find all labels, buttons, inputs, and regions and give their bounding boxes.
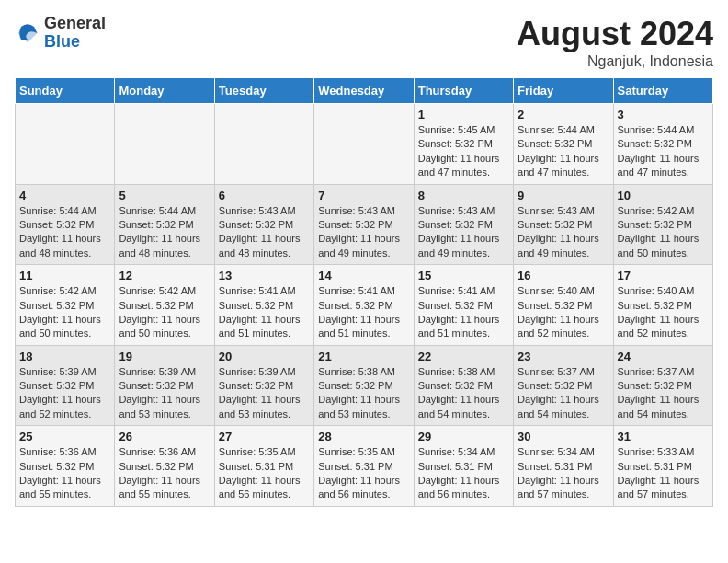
calendar-cell (214, 104, 313, 185)
header-day-monday: Monday (115, 78, 214, 104)
day-number: 21 (318, 350, 409, 363)
day-number: 16 (518, 269, 609, 282)
day-number: 18 (19, 350, 110, 363)
calendar-cell: 31Sunrise: 5:33 AM Sunset: 5:31 PM Dayli… (613, 426, 712, 507)
header-day-friday: Friday (514, 78, 613, 104)
week-row-3: 11Sunrise: 5:42 AM Sunset: 5:32 PM Dayli… (16, 265, 713, 346)
day-number: 5 (119, 189, 210, 202)
header-day-saturday: Saturday (613, 78, 712, 104)
day-info: Sunrise: 5:40 AM Sunset: 5:32 PM Dayligh… (618, 284, 709, 341)
day-info: Sunrise: 5:41 AM Sunset: 5:32 PM Dayligh… (219, 284, 310, 341)
logo-icon (15, 20, 40, 46)
calendar-cell: 8Sunrise: 5:43 AM Sunset: 5:32 PM Daylig… (414, 184, 513, 265)
day-number: 20 (219, 350, 310, 363)
day-number: 26 (119, 430, 210, 443)
day-info: Sunrise: 5:40 AM Sunset: 5:32 PM Dayligh… (518, 284, 609, 341)
logo-general: General (44, 15, 106, 33)
day-number: 30 (518, 430, 609, 443)
calendar-cell: 3Sunrise: 5:44 AM Sunset: 5:32 PM Daylig… (613, 104, 712, 185)
day-info: Sunrise: 5:44 AM Sunset: 5:32 PM Dayligh… (119, 204, 210, 261)
calendar-cell: 11Sunrise: 5:42 AM Sunset: 5:32 PM Dayli… (16, 265, 115, 346)
day-number: 27 (219, 430, 310, 443)
calendar-cell: 20Sunrise: 5:39 AM Sunset: 5:32 PM Dayli… (214, 345, 313, 426)
day-info: Sunrise: 5:35 AM Sunset: 5:31 PM Dayligh… (219, 445, 310, 502)
day-info: Sunrise: 5:42 AM Sunset: 5:32 PM Dayligh… (19, 284, 110, 341)
day-number: 22 (418, 350, 509, 363)
day-info: Sunrise: 5:37 AM Sunset: 5:32 PM Dayligh… (518, 365, 609, 422)
day-info: Sunrise: 5:41 AM Sunset: 5:32 PM Dayligh… (418, 284, 509, 341)
calendar-cell: 29Sunrise: 5:34 AM Sunset: 5:31 PM Dayli… (414, 426, 513, 507)
calendar-cell (115, 104, 214, 185)
day-info: Sunrise: 5:38 AM Sunset: 5:32 PM Dayligh… (418, 365, 509, 422)
day-info: Sunrise: 5:42 AM Sunset: 5:32 PM Dayligh… (618, 204, 709, 261)
calendar-cell: 26Sunrise: 5:36 AM Sunset: 5:32 PM Dayli… (115, 426, 214, 507)
day-info: Sunrise: 5:43 AM Sunset: 5:32 PM Dayligh… (318, 204, 409, 261)
header-day-sunday: Sunday (16, 78, 115, 104)
day-info: Sunrise: 5:39 AM Sunset: 5:32 PM Dayligh… (219, 365, 310, 422)
header-row: SundayMondayTuesdayWednesdayThursdayFrid… (16, 78, 713, 104)
day-info: Sunrise: 5:44 AM Sunset: 5:32 PM Dayligh… (518, 123, 609, 180)
calendar-header: SundayMondayTuesdayWednesdayThursdayFrid… (16, 78, 713, 104)
day-number: 3 (618, 108, 709, 121)
calendar-cell: 30Sunrise: 5:34 AM Sunset: 5:31 PM Dayli… (514, 426, 613, 507)
calendar-cell: 7Sunrise: 5:43 AM Sunset: 5:32 PM Daylig… (314, 184, 414, 265)
page-header: General Blue August 2024 Nganjuk, Indone… (15, 15, 713, 70)
calendar-cell: 27Sunrise: 5:35 AM Sunset: 5:31 PM Dayli… (214, 426, 313, 507)
logo-text: General Blue (44, 15, 106, 52)
day-number: 25 (19, 430, 110, 443)
day-info: Sunrise: 5:33 AM Sunset: 5:31 PM Dayligh… (618, 445, 709, 502)
week-row-4: 18Sunrise: 5:39 AM Sunset: 5:32 PM Dayli… (16, 345, 713, 426)
day-info: Sunrise: 5:36 AM Sunset: 5:32 PM Dayligh… (19, 445, 110, 502)
calendar-cell: 13Sunrise: 5:41 AM Sunset: 5:32 PM Dayli… (214, 265, 313, 346)
logo: General Blue (15, 15, 106, 52)
calendar-cell: 14Sunrise: 5:41 AM Sunset: 5:32 PM Dayli… (314, 265, 414, 346)
calendar-cell (16, 104, 115, 185)
day-info: Sunrise: 5:39 AM Sunset: 5:32 PM Dayligh… (119, 365, 210, 422)
calendar-cell: 28Sunrise: 5:35 AM Sunset: 5:31 PM Dayli… (314, 426, 414, 507)
calendar-cell: 25Sunrise: 5:36 AM Sunset: 5:32 PM Dayli… (16, 426, 115, 507)
day-number: 14 (318, 269, 409, 282)
calendar-cell (314, 104, 414, 185)
day-number: 12 (119, 269, 210, 282)
day-number: 9 (518, 189, 609, 202)
week-row-5: 25Sunrise: 5:36 AM Sunset: 5:32 PM Dayli… (16, 426, 713, 507)
day-info: Sunrise: 5:39 AM Sunset: 5:32 PM Dayligh… (19, 365, 110, 422)
calendar-cell: 12Sunrise: 5:42 AM Sunset: 5:32 PM Dayli… (115, 265, 214, 346)
day-info: Sunrise: 5:43 AM Sunset: 5:32 PM Dayligh… (418, 204, 509, 261)
day-number: 8 (418, 189, 509, 202)
day-number: 7 (318, 189, 409, 202)
calendar-cell: 18Sunrise: 5:39 AM Sunset: 5:32 PM Dayli… (16, 345, 115, 426)
day-number: 15 (418, 269, 509, 282)
header-day-thursday: Thursday (414, 78, 513, 104)
day-number: 1 (418, 108, 509, 121)
calendar-cell: 15Sunrise: 5:41 AM Sunset: 5:32 PM Dayli… (414, 265, 513, 346)
title-block: August 2024 Nganjuk, Indonesia (517, 15, 713, 70)
day-number: 11 (19, 269, 110, 282)
day-number: 29 (418, 430, 509, 443)
day-number: 2 (518, 108, 609, 121)
calendar-cell: 1Sunrise: 5:45 AM Sunset: 5:32 PM Daylig… (414, 104, 513, 185)
day-info: Sunrise: 5:42 AM Sunset: 5:32 PM Dayligh… (119, 284, 210, 341)
day-info: Sunrise: 5:35 AM Sunset: 5:31 PM Dayligh… (318, 445, 409, 502)
day-number: 10 (618, 189, 709, 202)
calendar-cell: 19Sunrise: 5:39 AM Sunset: 5:32 PM Dayli… (115, 345, 214, 426)
day-number: 4 (19, 189, 110, 202)
day-number: 24 (618, 350, 709, 363)
day-info: Sunrise: 5:43 AM Sunset: 5:32 PM Dayligh… (219, 204, 310, 261)
calendar-cell: 23Sunrise: 5:37 AM Sunset: 5:32 PM Dayli… (514, 345, 613, 426)
calendar-cell: 2Sunrise: 5:44 AM Sunset: 5:32 PM Daylig… (514, 104, 613, 185)
calendar-cell: 22Sunrise: 5:38 AM Sunset: 5:32 PM Dayli… (414, 345, 513, 426)
logo-blue: Blue (44, 33, 106, 52)
day-info: Sunrise: 5:45 AM Sunset: 5:32 PM Dayligh… (418, 123, 509, 180)
calendar-cell: 6Sunrise: 5:43 AM Sunset: 5:32 PM Daylig… (214, 184, 313, 265)
week-row-2: 4Sunrise: 5:44 AM Sunset: 5:32 PM Daylig… (16, 184, 713, 265)
calendar-cell: 16Sunrise: 5:40 AM Sunset: 5:32 PM Dayli… (514, 265, 613, 346)
calendar-cell: 9Sunrise: 5:43 AM Sunset: 5:32 PM Daylig… (514, 184, 613, 265)
header-day-tuesday: Tuesday (214, 78, 313, 104)
calendar-cell: 17Sunrise: 5:40 AM Sunset: 5:32 PM Dayli… (613, 265, 712, 346)
day-number: 23 (518, 350, 609, 363)
day-number: 19 (119, 350, 210, 363)
day-info: Sunrise: 5:37 AM Sunset: 5:32 PM Dayligh… (618, 365, 709, 422)
calendar-cell: 10Sunrise: 5:42 AM Sunset: 5:32 PM Dayli… (613, 184, 712, 265)
week-row-1: 1Sunrise: 5:45 AM Sunset: 5:32 PM Daylig… (16, 104, 713, 185)
